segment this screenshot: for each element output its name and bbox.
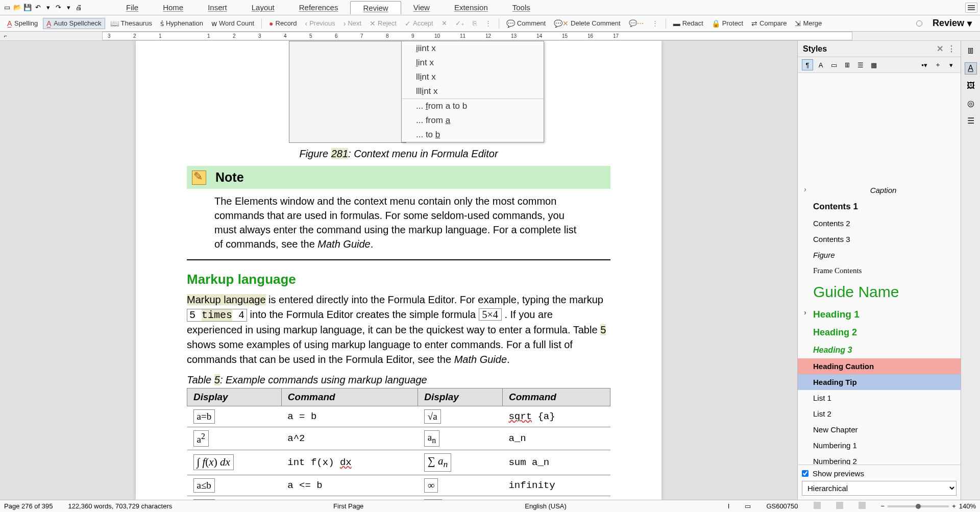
next-button[interactable]: ›Next bbox=[340, 18, 364, 29]
new-doc-icon[interactable]: ▭ bbox=[3, 3, 12, 12]
style-guide-name[interactable]: Guide Name bbox=[798, 279, 961, 305]
redo-dropdown-icon[interactable]: ▾ bbox=[64, 3, 73, 12]
styles-filter-select[interactable]: Hierarchical bbox=[802, 481, 957, 496]
zoom-slider[interactable] bbox=[888, 505, 949, 507]
more-icon-2[interactable]: ⋮ bbox=[649, 18, 662, 28]
style-contents-3[interactable]: Contents 3 bbox=[798, 231, 961, 247]
protect-button[interactable]: 🔒Protect bbox=[708, 18, 746, 29]
accept-button[interactable]: ✓Accept bbox=[402, 18, 436, 29]
status-page[interactable]: Page 276 of 395 bbox=[4, 502, 53, 510]
record-button[interactable]: ●Record bbox=[266, 18, 300, 29]
style-heading-caution[interactable]: Heading Caution bbox=[798, 358, 961, 374]
merge-button[interactable]: ⇲Merge bbox=[792, 18, 825, 29]
review-dropdown-button[interactable]: Review▾ bbox=[928, 17, 976, 30]
redo-icon[interactable]: ↷ bbox=[54, 3, 63, 12]
print-icon[interactable]: 🖨 bbox=[74, 3, 83, 12]
ctx-item: ... to b bbox=[402, 128, 544, 142]
compare-button[interactable]: ⇄Compare bbox=[748, 18, 790, 29]
status-selection-mode-icon[interactable]: ▭ bbox=[745, 502, 751, 510]
undo-dropdown-icon[interactable]: ▾ bbox=[43, 3, 53, 12]
view-multi-page-icon[interactable] bbox=[836, 502, 843, 510]
panel-menu-icon[interactable]: ⋮ bbox=[947, 44, 955, 54]
undo-icon[interactable]: ↶ bbox=[33, 3, 42, 12]
style-list-1[interactable]: List 1 bbox=[798, 390, 961, 406]
redact-button[interactable]: ▬Redact bbox=[670, 18, 706, 29]
spelling-button[interactable]: A̲Spelling bbox=[4, 18, 41, 29]
style-numbering-1[interactable]: Numbering 1 bbox=[798, 437, 961, 453]
zoom-out-icon[interactable]: − bbox=[881, 502, 885, 510]
more-icon[interactable]: ⋮ bbox=[482, 18, 495, 28]
save-icon[interactable]: 💾 bbox=[23, 3, 32, 12]
hamburger-menu-icon[interactable] bbox=[965, 3, 977, 13]
properties-icon[interactable]: 🗏 bbox=[965, 45, 977, 57]
menu-references[interactable]: References bbox=[287, 1, 351, 14]
menu-file[interactable]: File bbox=[114, 1, 151, 14]
menu-home[interactable]: Home bbox=[151, 1, 195, 14]
status-page-style[interactable]: First Page bbox=[333, 502, 363, 510]
close-panel-icon[interactable]: ✕ bbox=[937, 44, 943, 54]
menu-extension[interactable]: Extension bbox=[442, 1, 500, 14]
style-contents-2[interactable]: Contents 2 bbox=[798, 215, 961, 231]
style-contents-1[interactable]: Contents 1 bbox=[798, 198, 961, 215]
page-styles-icon[interactable]: 🗏 bbox=[842, 59, 853, 70]
status-language[interactable]: English (USA) bbox=[525, 502, 567, 510]
figure-placeholder bbox=[289, 41, 406, 143]
paragraph-styles-icon[interactable]: ¶ bbox=[802, 59, 813, 70]
style-frame-contents[interactable]: Frame Contents bbox=[798, 263, 961, 279]
view-book-icon[interactable] bbox=[859, 502, 866, 510]
view-single-page-icon[interactable] bbox=[814, 502, 821, 510]
style-heading-2[interactable]: Heading 2 bbox=[798, 324, 961, 342]
previous-button[interactable]: ‹Previous bbox=[302, 18, 338, 29]
reject-all-icon[interactable]: ✕ bbox=[438, 18, 450, 28]
delete-comment-button[interactable]: 💬✕Delete Comment bbox=[551, 18, 624, 29]
frame-styles-icon[interactable]: ▭ bbox=[828, 59, 840, 70]
format-comment-icon[interactable]: 💬⋯ bbox=[626, 18, 647, 28]
style-heading-tip[interactable]: Heading Tip bbox=[798, 374, 961, 390]
style-heading-1[interactable]: Heading 1 bbox=[798, 305, 961, 324]
character-styles-icon[interactable]: A bbox=[815, 59, 826, 70]
style-list-2[interactable]: List 2 bbox=[798, 406, 961, 422]
fill-format-icon[interactable]: ▪▾ bbox=[919, 59, 930, 70]
style-actions-icon[interactable]: ▾ bbox=[945, 59, 957, 70]
zoom-control[interactable]: − + 140% bbox=[881, 502, 976, 510]
gallery-icon[interactable]: 🖼 bbox=[965, 80, 977, 92]
reject-button[interactable]: ✕Reject bbox=[366, 18, 400, 29]
navigator-icon[interactable]: ◎ bbox=[965, 97, 977, 109]
hyphenation-button[interactable]: ṡHyphenation bbox=[157, 18, 206, 29]
style-caption[interactable]: Caption bbox=[798, 182, 961, 198]
styles-icon[interactable]: A bbox=[965, 62, 977, 75]
style-numbering-2[interactable]: Numbering 2 bbox=[798, 453, 961, 465]
menu-view[interactable]: View bbox=[401, 1, 442, 14]
accept-all-icon[interactable]: ✓₊ bbox=[452, 18, 468, 28]
document-area[interactable]: iiint x lint x llint x lllint x ... from… bbox=[0, 41, 797, 500]
open-icon[interactable]: 📂 bbox=[13, 3, 22, 12]
table-styles-icon[interactable]: ▦ bbox=[868, 59, 879, 70]
styles-list[interactable]: Caption Contents 1 Contents 2 Contents 3… bbox=[798, 73, 961, 465]
status-words[interactable]: 122,360 words, 703,729 characters bbox=[68, 502, 172, 510]
menu-layout[interactable]: Layout bbox=[239, 1, 287, 14]
table-row: a≤b a <= b ∞ infinity bbox=[187, 475, 610, 496]
menu-review[interactable]: Review bbox=[350, 1, 401, 14]
status-bar: Page 276 of 395 122,360 words, 703,729 c… bbox=[0, 500, 980, 512]
show-previews-checkbox[interactable]: Show previews bbox=[802, 469, 957, 478]
style-new-chapter[interactable]: New Chapter bbox=[798, 422, 961, 437]
auto-spellcheck-button[interactable]: A̲Auto Spellcheck bbox=[43, 18, 105, 29]
status-insert-mode-icon[interactable]: I bbox=[728, 502, 730, 510]
list-styles-icon[interactable]: ☰ bbox=[855, 59, 866, 70]
horizontal-ruler[interactable]: 3 2 1 1 2 3 4 5 6 7 8 9 10 11 12 13 14 1… bbox=[102, 32, 852, 40]
zoom-value[interactable]: 140% bbox=[959, 502, 976, 510]
style-figure[interactable]: Figure bbox=[798, 247, 961, 263]
menu-insert[interactable]: Insert bbox=[195, 1, 239, 14]
thesaurus-button[interactable]: 📖Thesaurus bbox=[107, 18, 155, 29]
table-row: ∫ f(x) dx int f(x) dx ∑ an sum a_n bbox=[187, 450, 610, 475]
page-icon[interactable]: ☰ bbox=[965, 114, 977, 127]
style-heading-3[interactable]: Heading 3 bbox=[798, 342, 961, 358]
zoom-in-icon[interactable]: + bbox=[952, 502, 956, 510]
record-toggle-icon[interactable] bbox=[913, 19, 925, 28]
new-style-icon[interactable]: ＋ bbox=[932, 59, 943, 70]
compare-doc-icon[interactable]: ⎘ bbox=[470, 18, 480, 28]
word-count-button[interactable]: ᴡWord Count bbox=[208, 18, 257, 29]
ctx-item: ... from a to b bbox=[402, 99, 544, 113]
comment-button[interactable]: 💬Comment bbox=[503, 18, 549, 29]
menu-tools[interactable]: Tools bbox=[500, 1, 543, 14]
